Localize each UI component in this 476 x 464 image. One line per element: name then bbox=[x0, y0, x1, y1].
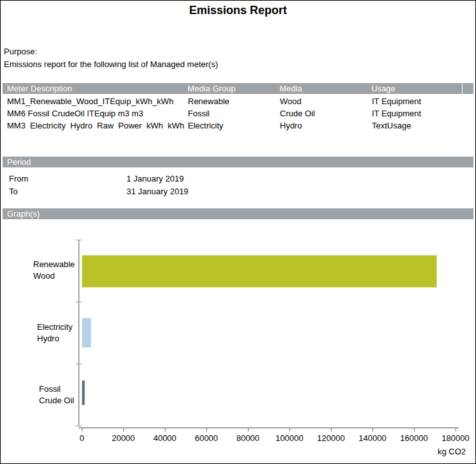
cell-meter-description: MM6 Fossil CrudeOil ITEquip m3 m3 bbox=[3, 109, 188, 118]
y-axis-line bbox=[79, 240, 79, 426]
x-tick-label: 100000 bbox=[275, 433, 303, 443]
period-from-value: 1 January 2019 bbox=[127, 174, 184, 183]
period-section: Period From 1 January 2019 To 31 January… bbox=[1, 157, 475, 197]
y-axis-tick bbox=[75, 240, 82, 240]
report-page: Emissions Report Purpose: Emissions repo… bbox=[0, 0, 476, 464]
y-axis-tick bbox=[75, 364, 82, 364]
x-tick-label: 20000 bbox=[112, 433, 135, 443]
category-label-electricity-hydro: Electricity Hydro bbox=[37, 321, 73, 344]
table-row: MM3 Electricity Hydro Raw Power kWh kWh … bbox=[3, 120, 473, 132]
period-header: Period bbox=[3, 157, 473, 167]
purpose-text: Emissions report for the following list … bbox=[4, 58, 475, 71]
purpose-label: Purpose: bbox=[4, 45, 475, 58]
x-tick-label: 180000 bbox=[441, 433, 469, 443]
period-header-label: Period bbox=[3, 157, 188, 167]
period-to-label: To bbox=[3, 187, 127, 196]
period-from-row: From 1 January 2019 bbox=[3, 172, 473, 185]
cell-meter-description: MM3 Electricity Hydro Raw Power kWh kWh bbox=[3, 121, 188, 130]
cell-media: Wood bbox=[280, 97, 372, 106]
x-tick-label: 60000 bbox=[195, 433, 218, 443]
x-axis-tick bbox=[82, 428, 82, 431]
period-to-row: To 31 January 2019 bbox=[3, 185, 473, 197]
cell-media-group: Renewable bbox=[188, 97, 280, 106]
x-axis-tick bbox=[206, 428, 207, 431]
x-axis-tick bbox=[414, 428, 415, 431]
bar-renewable-wood bbox=[82, 255, 437, 288]
period-body: From 1 January 2019 To 31 January 2019 bbox=[1, 172, 475, 197]
cell-media: Hydro bbox=[280, 121, 372, 130]
column-header-stub bbox=[462, 83, 473, 94]
purpose-section: Purpose: Emissions report for the follow… bbox=[4, 45, 475, 71]
cell-usage: IT Equipment bbox=[372, 109, 463, 118]
column-header-usage: Usage bbox=[371, 83, 462, 94]
cell-media-group: Electricity bbox=[188, 121, 280, 130]
column-header-meter-description: Meter Description bbox=[3, 83, 188, 94]
cell-media: Crude Oil bbox=[280, 109, 372, 118]
x-tick-label: 140000 bbox=[358, 433, 386, 443]
table-row: MM6 Fossil CrudeOil ITEquip m3 m3 Fossil… bbox=[3, 107, 473, 120]
bar-fossil-crude-oil bbox=[82, 380, 85, 405]
meters-table: Meter Description Media Group Media Usag… bbox=[1, 83, 475, 132]
x-axis-tick bbox=[248, 428, 249, 431]
x-tick-label: 0 bbox=[79, 433, 84, 443]
bar-electricity-hydro bbox=[82, 318, 91, 348]
table-row: MM1_Renewable_Wood_ITEquip_kWh_kWh Renew… bbox=[3, 95, 473, 107]
x-axis-unit-label: kg CO2 bbox=[438, 447, 466, 456]
period-from-label: From bbox=[3, 174, 127, 183]
graphs-section: Graph(s) 0200004000060000800001000001200… bbox=[1, 208, 475, 464]
x-axis-tick bbox=[331, 428, 332, 431]
x-tick-label: 80000 bbox=[236, 433, 259, 443]
cell-usage: TextUsage bbox=[372, 121, 463, 130]
emissions-bar-chart: 0200004000060000800001000001200001400001… bbox=[1, 219, 475, 464]
graphs-header: Graph(s) bbox=[3, 208, 473, 219]
category-label-fossil-crude-oil: Fossil Crude Oil bbox=[39, 383, 74, 406]
cell-media-group: Fossil bbox=[188, 109, 280, 118]
x-axis-line bbox=[79, 428, 459, 428]
cell-meter-description: MM1_Renewable_Wood_ITEquip_kWh_kWh bbox=[3, 97, 188, 106]
meters-table-body: MM1_Renewable_Wood_ITEquip_kWh_kWh Renew… bbox=[1, 95, 475, 132]
graphs-header-label: Graph(s) bbox=[3, 208, 188, 219]
cell-usage: IT Equipment bbox=[372, 97, 463, 106]
report-title: Emissions Report bbox=[1, 3, 475, 17]
x-axis-tick bbox=[372, 428, 373, 431]
x-axis-tick bbox=[289, 428, 290, 431]
category-label-renewable-wood: Renewable Wood bbox=[33, 259, 75, 282]
column-header-media: Media bbox=[279, 83, 371, 94]
x-axis-tick bbox=[165, 428, 165, 431]
x-axis-tick bbox=[456, 428, 456, 431]
x-axis-tick bbox=[123, 428, 124, 431]
x-tick-label: 40000 bbox=[153, 433, 176, 443]
period-to-value: 31 January 2019 bbox=[127, 187, 188, 196]
meters-table-header-row: Meter Description Media Group Media Usag… bbox=[3, 83, 473, 94]
y-axis-tick bbox=[75, 426, 82, 426]
y-axis-tick bbox=[75, 302, 82, 302]
x-tick-label: 160000 bbox=[400, 433, 427, 443]
column-header-media-group: Media Group bbox=[188, 83, 280, 94]
x-tick-label: 120000 bbox=[317, 433, 344, 443]
